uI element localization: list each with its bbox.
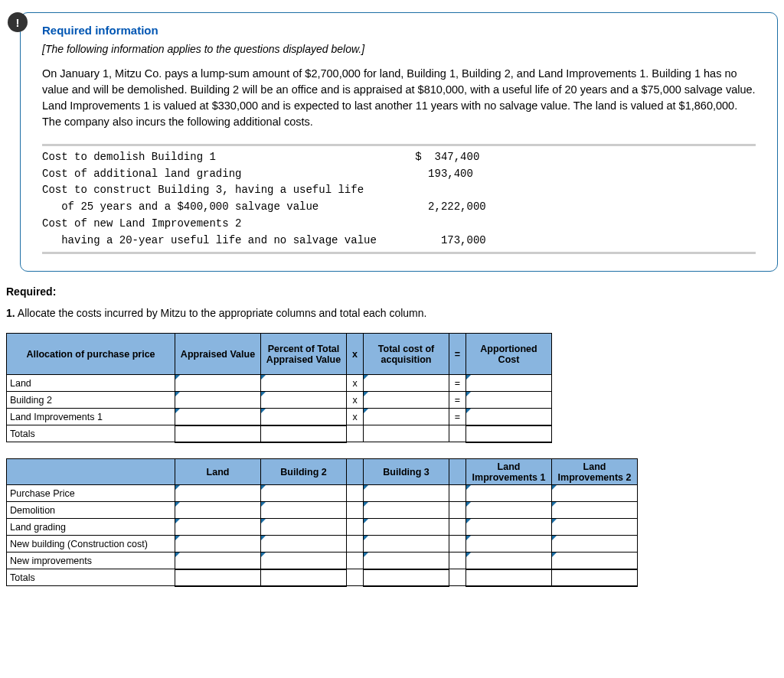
table-row: Building 2 x =: [7, 392, 638, 409]
table-row: Purchase Price: [7, 485, 638, 502]
eq-cell: =: [449, 392, 466, 409]
required-info-subtitle: [The following information applies to th…: [42, 43, 756, 55]
table-row-totals: Totals: [7, 425, 638, 442]
row-label: Totals: [7, 425, 175, 442]
cell-input[interactable]: [261, 502, 347, 519]
col-building2: Building 2: [261, 459, 347, 485]
question-1-text: 1. Allocate the costs incurred by Mitzu …: [6, 307, 778, 319]
col-allocation: Allocation of purchase price: [7, 334, 175, 375]
cell-input[interactable]: [261, 375, 347, 392]
col-percent-total: Percent of Total Appraised Value: [261, 334, 347, 375]
cell-input[interactable]: [261, 485, 347, 502]
cell-total[interactable]: [175, 425, 261, 442]
cell-input[interactable]: [364, 485, 449, 502]
cell-input[interactable]: [261, 536, 347, 553]
cell-total[interactable]: [552, 569, 638, 586]
cell-total[interactable]: [466, 425, 552, 442]
cell-input[interactable]: [466, 375, 552, 392]
col-appraised-value: Appraised Value: [175, 334, 261, 375]
table-row: Land grading: [7, 519, 638, 536]
cell-input[interactable]: [261, 553, 347, 569]
cell-input[interactable]: [466, 409, 552, 425]
col-land-improvements-1: Land Improvements 1: [466, 459, 552, 485]
col-blank: [7, 459, 175, 485]
cell-input[interactable]: [261, 409, 347, 425]
cell-input[interactable]: [175, 375, 261, 392]
cell-input[interactable]: [175, 392, 261, 409]
info-badge-icon: !: [8, 12, 28, 32]
row-label[interactable]: Land: [7, 375, 175, 392]
cell-total[interactable]: [175, 569, 261, 586]
col-eq: =: [449, 334, 466, 375]
row-label[interactable]: New improvements: [7, 553, 175, 569]
cell-total[interactable]: [364, 569, 449, 586]
cell-input[interactable]: [364, 553, 449, 569]
table-row: New improvements: [7, 553, 638, 569]
col-land-improvements-2: Land Improvements 2: [552, 459, 638, 485]
cell-input[interactable]: [552, 553, 638, 569]
row-label: Totals: [7, 569, 175, 586]
cell-input[interactable]: [466, 392, 552, 409]
x-cell: x: [347, 409, 364, 425]
cell-input[interactable]: [552, 502, 638, 519]
row-label[interactable]: Land grading: [7, 519, 175, 536]
cell-input[interactable]: [552, 485, 638, 502]
cell-input[interactable]: [466, 485, 552, 502]
row-label[interactable]: Purchase Price: [7, 485, 175, 502]
row-label[interactable]: New building (Construction cost): [7, 536, 175, 553]
cost-data-block: Cost to demolish Building 1 $ 347,400 Co…: [42, 144, 756, 254]
cell-input[interactable]: [552, 536, 638, 553]
cell-input[interactable]: [261, 519, 347, 536]
cell-input[interactable]: [466, 536, 552, 553]
required-information-card: Required information [The following info…: [20, 12, 778, 272]
table-row: Land Improvements 1 x =: [7, 409, 638, 425]
cell-input[interactable]: [364, 375, 449, 392]
cell-total[interactable]: [466, 569, 552, 586]
cell-input[interactable]: [175, 502, 261, 519]
required-info-title: Required information: [42, 24, 756, 37]
cell-input[interactable]: [364, 392, 449, 409]
cell-input[interactable]: [175, 519, 261, 536]
table-row: Demolition: [7, 502, 638, 519]
cell-input[interactable]: [552, 519, 638, 536]
cell-input[interactable]: [364, 502, 449, 519]
row-label[interactable]: Land Improvements 1: [7, 409, 175, 425]
col-x: x: [347, 334, 364, 375]
cell-input[interactable]: [466, 502, 552, 519]
x-cell: x: [347, 392, 364, 409]
allocation-table: Allocation of purchase price Appraised V…: [6, 333, 638, 587]
cell-input[interactable]: [364, 519, 449, 536]
table-row: New building (Construction cost): [7, 536, 638, 553]
row-label[interactable]: Building 2: [7, 392, 175, 409]
col-building3: Building 3: [364, 459, 449, 485]
cell-input[interactable]: [175, 409, 261, 425]
x-cell: x: [347, 375, 364, 392]
table-row: Land x =: [7, 375, 638, 392]
col-total-cost-acq: Total cost of acquisition: [364, 334, 449, 375]
cell-input[interactable]: [364, 536, 449, 553]
cell-input[interactable]: [466, 519, 552, 536]
eq-cell: =: [449, 409, 466, 425]
cell-input[interactable]: [261, 392, 347, 409]
eq-cell: =: [449, 375, 466, 392]
required-heading: Required:: [6, 285, 778, 298]
row-label[interactable]: Demolition: [7, 502, 175, 519]
problem-body-text: On January 1, Mitzu Co. pays a lump-sum …: [42, 66, 756, 130]
cell-total[interactable]: [261, 569, 347, 586]
cell-input[interactable]: [364, 409, 449, 425]
cell-input[interactable]: [175, 536, 261, 553]
col-apportioned-cost: Apportioned Cost: [466, 334, 552, 375]
table-row-totals: Totals: [7, 569, 638, 586]
col-land: Land: [175, 459, 261, 485]
cell-input[interactable]: [175, 485, 261, 502]
cell-input[interactable]: [175, 553, 261, 569]
cell-input[interactable]: [466, 553, 552, 569]
cell-total[interactable]: [261, 425, 347, 442]
